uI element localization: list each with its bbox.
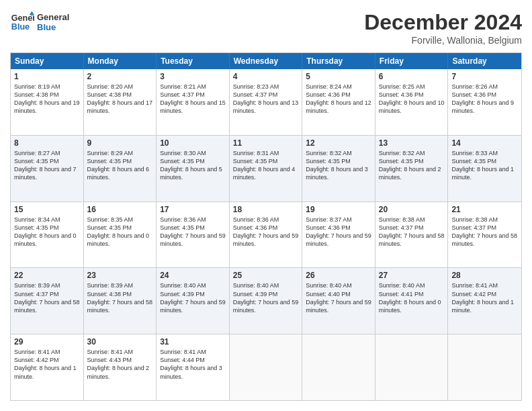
calendar: SundayMondayTuesdayWednesdayThursdayFrid… [10,52,522,401]
day-cell-18: 18 Sunrise: 8:36 AM Sunset: 4:36 PM Dayl… [230,202,303,268]
day-header-monday: Monday [84,53,157,69]
calendar-row-5: 29 Sunrise: 8:41 AM Sunset: 4:42 PM Dayl… [11,334,521,400]
month-year-title: December 2024 [364,10,522,35]
day-cell-21: 21 Sunrise: 8:38 AM Sunset: 4:37 PM Dayl… [448,202,521,268]
day-number: 31 [160,337,226,347]
day-info: Sunrise: 8:36 AM Sunset: 4:35 PM Dayligh… [160,216,226,248]
day-number: 14 [451,138,518,148]
day-info: Sunrise: 8:41 AM Sunset: 4:42 PM Dayligh… [451,281,518,314]
day-number: 12 [306,138,371,148]
day-number: 13 [379,138,445,148]
day-info: Sunrise: 8:40 AM Sunset: 4:40 PM Dayligh… [306,281,371,314]
day-number: 28 [451,271,518,280]
day-cell-16: 16 Sunrise: 8:35 AM Sunset: 4:35 PM Dayl… [84,202,157,268]
day-cell-10: 10 Sunrise: 8:30 AM Sunset: 4:35 PM Dayl… [157,136,230,201]
day-cell-5: 5 Sunrise: 8:24 AM Sunset: 4:36 PM Dayli… [302,69,375,135]
day-number: 7 [451,72,518,81]
day-header-saturday: Saturday [448,53,521,69]
day-cell-22: 22 Sunrise: 8:39 AM Sunset: 4:37 PM Dayl… [11,268,84,334]
day-cell-25: 25 Sunrise: 8:40 AM Sunset: 4:39 PM Dayl… [230,268,303,334]
day-number: 8 [14,138,80,148]
svg-text:Blue: Blue [11,22,30,32]
day-number: 1 [14,72,80,81]
day-number: 17 [160,205,226,214]
empty-cell [302,334,375,400]
day-cell-17: 17 Sunrise: 8:36 AM Sunset: 4:35 PM Dayl… [157,202,230,268]
day-info: Sunrise: 8:21 AM Sunset: 4:37 PM Dayligh… [160,83,226,116]
day-info: Sunrise: 8:36 AM Sunset: 4:36 PM Dayligh… [233,216,299,248]
day-number: 30 [87,337,153,347]
day-cell-9: 9 Sunrise: 8:29 AM Sunset: 4:35 PM Dayli… [84,136,157,201]
day-number: 15 [14,205,80,214]
day-number: 11 [233,138,299,148]
day-cell-3: 3 Sunrise: 8:21 AM Sunset: 4:37 PM Dayli… [157,69,230,135]
day-info: Sunrise: 8:39 AM Sunset: 4:37 PM Dayligh… [14,281,80,314]
day-info: Sunrise: 8:39 AM Sunset: 4:38 PM Dayligh… [87,281,153,314]
day-info: Sunrise: 8:31 AM Sunset: 4:35 PM Dayligh… [233,149,299,182]
day-header-friday: Friday [375,53,449,69]
day-cell-19: 19 Sunrise: 8:37 AM Sunset: 4:36 PM Dayl… [302,202,375,268]
day-info: Sunrise: 8:23 AM Sunset: 4:37 PM Dayligh… [233,83,299,116]
day-info: Sunrise: 8:34 AM Sunset: 4:35 PM Dayligh… [14,216,80,248]
day-number: 22 [14,271,80,280]
day-number: 2 [87,72,153,81]
day-info: Sunrise: 8:35 AM Sunset: 4:35 PM Dayligh… [87,216,153,248]
day-cell-29: 29 Sunrise: 8:41 AM Sunset: 4:42 PM Dayl… [11,334,84,400]
day-number: 25 [233,271,299,280]
day-cell-13: 13 Sunrise: 8:32 AM Sunset: 4:35 PM Dayl… [375,136,449,201]
day-header-tuesday: Tuesday [157,53,230,69]
calendar-row-1: 1 Sunrise: 8:19 AM Sunset: 4:38 PM Dayli… [11,69,521,135]
page: General Blue General Blue December 2024 … [0,0,532,411]
day-number: 5 [306,72,371,81]
day-info: Sunrise: 8:25 AM Sunset: 4:36 PM Dayligh… [379,83,445,116]
day-cell-7: 7 Sunrise: 8:26 AM Sunset: 4:36 PM Dayli… [448,69,521,135]
day-header-sunday: Sunday [11,53,84,69]
day-number: 21 [451,205,518,214]
day-number: 9 [87,138,153,148]
day-info: Sunrise: 8:32 AM Sunset: 4:35 PM Dayligh… [306,149,371,182]
day-info: Sunrise: 8:30 AM Sunset: 4:35 PM Dayligh… [160,149,226,182]
logo: General Blue General Blue [10,10,69,34]
day-number: 26 [306,271,371,280]
day-info: Sunrise: 8:24 AM Sunset: 4:36 PM Dayligh… [306,83,371,116]
day-number: 16 [87,205,153,214]
day-info: Sunrise: 8:20 AM Sunset: 4:38 PM Dayligh… [87,83,153,116]
day-cell-11: 11 Sunrise: 8:31 AM Sunset: 4:35 PM Dayl… [230,136,303,201]
day-info: Sunrise: 8:41 AM Sunset: 4:42 PM Dayligh… [14,348,80,381]
calendar-row-3: 15 Sunrise: 8:34 AM Sunset: 4:35 PM Dayl… [11,201,521,268]
day-info: Sunrise: 8:40 AM Sunset: 4:39 PM Dayligh… [160,281,226,314]
day-cell-4: 4 Sunrise: 8:23 AM Sunset: 4:37 PM Dayli… [230,69,303,135]
day-header-thursday: Thursday [302,53,375,69]
empty-cell [375,334,449,400]
day-cell-14: 14 Sunrise: 8:33 AM Sunset: 4:35 PM Dayl… [448,136,521,201]
logo-general: General [37,12,69,22]
day-cell-15: 15 Sunrise: 8:34 AM Sunset: 4:35 PM Dayl… [11,202,84,268]
day-cell-27: 27 Sunrise: 8:40 AM Sunset: 4:41 PM Dayl… [375,268,449,334]
day-info: Sunrise: 8:41 AM Sunset: 4:44 PM Dayligh… [160,348,226,381]
day-number: 24 [160,271,226,280]
logo-icon: General Blue [10,10,34,34]
day-header-wednesday: Wednesday [230,53,303,69]
empty-cell [230,334,303,400]
day-cell-23: 23 Sunrise: 8:39 AM Sunset: 4:38 PM Dayl… [84,268,157,334]
day-number: 10 [160,138,226,148]
day-info: Sunrise: 8:26 AM Sunset: 4:36 PM Dayligh… [451,83,518,116]
day-info: Sunrise: 8:27 AM Sunset: 4:35 PM Dayligh… [14,149,80,182]
day-cell-26: 26 Sunrise: 8:40 AM Sunset: 4:40 PM Dayl… [302,268,375,334]
day-number: 19 [306,205,371,214]
day-cell-24: 24 Sunrise: 8:40 AM Sunset: 4:39 PM Dayl… [157,268,230,334]
day-number: 4 [233,72,299,81]
header: General Blue General Blue December 2024 … [10,10,522,46]
day-info: Sunrise: 8:40 AM Sunset: 4:41 PM Dayligh… [379,281,445,314]
day-cell-6: 6 Sunrise: 8:25 AM Sunset: 4:36 PM Dayli… [375,69,449,135]
day-cell-31: 31 Sunrise: 8:41 AM Sunset: 4:44 PM Dayl… [157,334,230,400]
day-number: 18 [233,205,299,214]
day-number: 23 [87,271,153,280]
day-number: 20 [379,205,445,214]
day-info: Sunrise: 8:40 AM Sunset: 4:39 PM Dayligh… [233,281,299,314]
logo-blue: Blue [37,22,69,32]
day-info: Sunrise: 8:38 AM Sunset: 4:37 PM Dayligh… [451,216,518,248]
day-info: Sunrise: 8:29 AM Sunset: 4:35 PM Dayligh… [87,149,153,182]
day-info: Sunrise: 8:38 AM Sunset: 4:37 PM Dayligh… [379,216,445,248]
day-number: 3 [160,72,226,81]
